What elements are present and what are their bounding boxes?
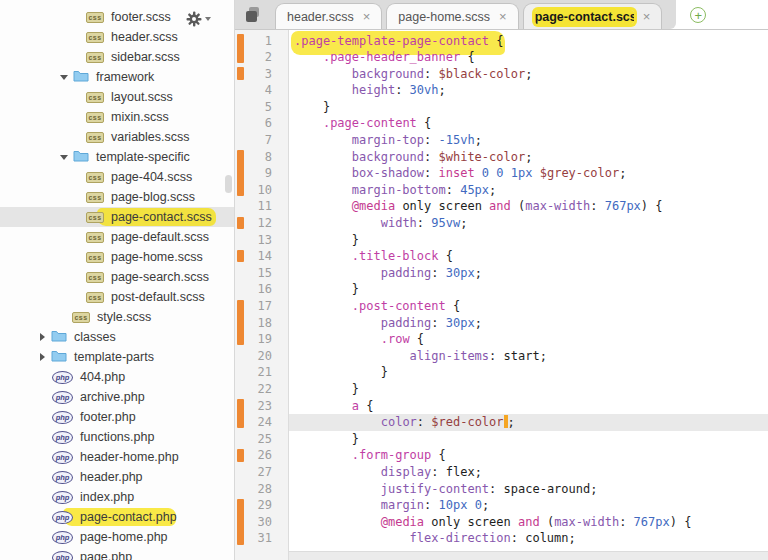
tree-item-classes[interactable]: classes [0,327,234,347]
tree-item-label: page-home.php [80,530,168,544]
code-line-19[interactable]: 19 .row { [235,331,768,348]
code-token: @media [381,515,424,529]
code-editor-window: cssfooter.scsscssheader.scsscsssidebar.s… [0,0,768,560]
chevron-right-icon[interactable] [40,353,45,361]
code-line-20[interactable]: 20 align-items: start; [235,348,768,365]
code-token: { [489,34,503,48]
line-number: 16 [235,281,272,298]
tree-item-layout-scss[interactable]: csslayout.scss [0,87,234,107]
code-token: max-width [525,199,590,213]
code-area[interactable]: 1.page-template-page-contact {2 .page-he… [235,30,768,560]
tree-item-page-php[interactable]: phppage.php [0,547,234,560]
code-line-21[interactable]: 21 } [235,364,768,381]
tree-item-header-scss[interactable]: cssheader.scss [0,27,234,47]
tab-close-icon[interactable]: × [643,10,651,23]
code-token [475,166,482,180]
code-token: .page-content [323,116,417,130]
code-line-22[interactable]: 22 } [235,381,768,398]
code-line-27[interactable]: 27 display: flex; [235,464,768,481]
code-line-31[interactable]: 31 flex-direction: column; [235,530,768,547]
code-line-28[interactable]: 28 justify-content: space-around; [235,481,768,498]
tree-item-index-php[interactable]: phpindex.php [0,487,234,507]
tree-item-page-default-scss[interactable]: csspage-default.scss [0,227,234,247]
code-token [294,83,352,97]
code-line-10[interactable]: 10 margin-bottom: 45px; [235,182,768,199]
code-line-9[interactable]: 9 box-shadow: inset 0 0 1px $grey-color; [235,165,768,182]
code-line-16[interactable]: 16 } [235,281,768,298]
code-line-3[interactable]: 3 background: $black-color; [235,66,768,83]
working-files-stack-icon[interactable] [245,7,261,23]
code-token: inset [439,166,475,180]
code-token: ) { [641,199,663,213]
code-line-29[interactable]: 29 margin: 10px 0; [235,497,768,514]
tree-item-footer-php[interactable]: phpfooter.php [0,407,234,427]
code-line-26[interactable]: 26 .form-group { [235,447,768,464]
tree-item-page-home-php[interactable]: phppage-home.php [0,527,234,547]
code-line-1[interactable]: 1.page-template-page-contact { [235,33,768,50]
line-number: 20 [235,348,272,365]
code-token: .post-content [352,299,446,313]
chevron-right-icon[interactable] [40,333,45,341]
tab-close-icon[interactable]: × [499,10,507,23]
horizontal-scrollbar[interactable] [289,551,768,560]
tree-item-404-php[interactable]: php404.php [0,367,234,387]
sidebar-scrollbar-thumb[interactable] [225,175,232,193]
tab-page-home-scss[interactable]: page-home.scss× [386,3,518,29]
code-line-17[interactable]: 17 .post-content { [235,298,768,315]
code-line-11[interactable]: 11 @media only screen and (max-width: 76… [235,198,768,215]
tree-item-header-home-php[interactable]: phpheader-home.php [0,447,234,467]
tree-item-functions-php[interactable]: phpfunctions.php [0,427,234,447]
stack-front-page [246,11,257,22]
chevron-down-icon[interactable] [60,155,68,160]
code-token: { [460,50,474,64]
code-line-6[interactable]: 6 .page-content { [235,115,768,132]
editor-pane: header.scss×page-home.scss×page-contact.… [234,0,768,560]
line-number: 21 [235,364,272,381]
code-line-15[interactable]: 15 padding: 30px; [235,265,768,282]
tree-item-framework[interactable]: framework [0,67,234,87]
code-line-14[interactable]: 14 .title-block { [235,248,768,265]
tabs-container: header.scss×page-home.scss×page-contact.… [235,0,676,29]
tree-item-page-blog-scss[interactable]: csspage-blog.scss [0,187,234,207]
code-line-8[interactable]: 8 background: $white-color; [235,149,768,166]
code-token: 10px [439,498,468,512]
new-tab-button[interactable]: + [690,7,706,23]
tab-close-icon[interactable]: × [363,10,371,23]
tab-header-scss[interactable]: header.scss× [275,3,382,29]
code-line-18[interactable]: 18 padding: 30px; [235,315,768,332]
code-line-5[interactable]: 5 } [235,99,768,116]
code-token [294,133,352,147]
tree-item-archive-php[interactable]: phparchive.php [0,387,234,407]
code-token: and [489,199,511,213]
tree-item-label: header.php [80,470,143,484]
line-number: 28 [235,481,272,498]
code-line-30[interactable]: 30 @media only screen and (max-width: 76… [235,514,768,531]
code-token: ; [460,216,467,230]
tree-item-post-default-scss[interactable]: csspost-default.scss [0,287,234,307]
chevron-down-icon[interactable] [60,75,68,80]
tree-item-style-scss[interactable]: cssstyle.scss [0,307,234,327]
tree-item-sidebar-scss[interactable]: csssidebar.scss [0,47,234,67]
tree-item-template-parts[interactable]: template-parts [0,347,234,367]
tree-item-page-home-scss[interactable]: csspage-home.scss [0,247,234,267]
code-line-7[interactable]: 7 margin-top: -15vh; [235,132,768,149]
tree-item-variables-scss[interactable]: cssvariables.scss [0,127,234,147]
php-file-icon: php [52,391,73,404]
code-line-25[interactable]: 25 } [235,431,768,448]
code-token: 0 [482,166,489,180]
tree-item-page-404-scss[interactable]: csspage-404.scss [0,167,234,187]
code-line-13[interactable]: 13 } [235,232,768,249]
code-line-23[interactable]: 23 a { [235,398,768,415]
code-token: only screen [395,199,489,213]
tab-page-contact-scss[interactable]: page-contact.scss× [523,3,663,29]
tree-item-header-php[interactable]: phpheader.php [0,467,234,487]
code-line-24[interactable]: 24 color: $red-color; [235,414,768,431]
tree-item-page-search-scss[interactable]: csspage-search.scss [0,267,234,287]
code-line-2[interactable]: 2 .page-header_banner { [235,49,768,66]
code-line-12[interactable]: 12 width: 95vw; [235,215,768,232]
tree-item-mixin-scss[interactable]: cssmixin.scss [0,107,234,127]
tree-item-template-specific[interactable]: template-specific [0,147,234,167]
settings-gear-button[interactable] [186,10,214,28]
code-line-4[interactable]: 4 height: 30vh; [235,82,768,99]
code-token [294,249,352,263]
